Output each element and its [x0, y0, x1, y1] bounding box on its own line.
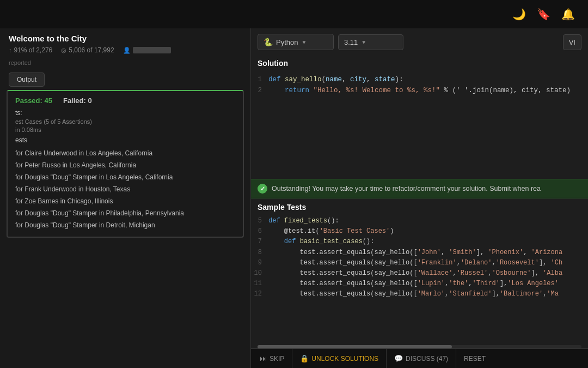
top-bar: 🌙 🔖 🔔 [0, 0, 588, 28]
discuss-icon: 💬 [394, 354, 403, 363]
line-num-10: 10 [251, 268, 268, 279]
stats-row: ↑ 91% of 2,276 ◎ 5,006 of 17,992 👤 [9, 46, 242, 54]
output-btn-row: Output [0, 69, 250, 90]
right-panel: 🐍 Python ▼ 3.11 ▼ VI Solution 1 def say_… [250, 28, 588, 368]
failed-label: Failed: 0 [63, 96, 92, 105]
bottom-bar: ⏭ SKIP 🔒 UNLOCK SOLUTIONS 💬 DISCUSS (47)… [251, 348, 588, 368]
output-button[interactable]: Output [9, 73, 45, 87]
unlock-solutions-action[interactable]: 🔒 UNLOCK SOLUTIONS [292, 349, 387, 368]
circle-icon: ◎ [61, 47, 66, 54]
percent-stat: ↑ 91% of 2,276 [9, 46, 52, 54]
success-banner: Outstanding! You may take your time to r… [251, 179, 588, 198]
bookmark-icon[interactable]: 🔖 [537, 8, 550, 21]
line-num-7: 7 [251, 237, 268, 247]
sample-tests-header: Sample Tests [251, 198, 588, 214]
code-line-1: 1 def say_hello(name, city, state): [251, 74, 588, 85]
unlock-label: UNLOCK SOLUTIONS [311, 355, 378, 363]
est-cases-label: est Cases [15, 118, 42, 125]
left-panel: Welcome to the City ↑ 91% of 2,276 ◎ 5,0… [0, 28, 250, 368]
list-item: for Frank Underwood in Houston, Texas [15, 183, 235, 195]
assertions-count: (5 of 5 Assertions) [44, 118, 92, 125]
lock-icon: 🔒 [300, 354, 309, 363]
results-box: Passed: 45 Failed: 0 ts: est Cases (5 of… [7, 90, 244, 238]
bell-icon[interactable]: 🔔 [561, 8, 575, 21]
lang-chevron-icon: ▼ [301, 39, 307, 45]
code-content-2: return "Hello, %s! Welcome to %s, %s!" %… [268, 85, 571, 96]
sample-content-11: test.assert_equals(say_hello(['Lupin','t… [268, 279, 559, 289]
list-item: for Douglas "Doug" Stamper in Detroit, M… [15, 219, 235, 231]
left-scroll-area: Passed: 45 Failed: 0 ts: est Cases (5 of… [0, 90, 250, 368]
line-num-12: 12 [251, 289, 268, 299]
list-item: for Zoe Barnes in Chicago, Illinois [15, 195, 235, 207]
sample-content-5: def fixed_tests(): [268, 216, 339, 226]
passed-label: Passed: 45 [15, 96, 52, 105]
rank-stat: ◎ 5,006 of 17,992 [61, 46, 114, 54]
language-selector[interactable]: 🐍 Python ▼ [258, 34, 334, 50]
results-row: Passed: 45 Failed: 0 [15, 96, 235, 105]
version-chevron-icon: ▼ [361, 39, 366, 45]
line-number-1: 1 [251, 74, 268, 85]
sample-line-11: 11 test.assert_equals(say_hello(['Lupin'… [251, 279, 588, 289]
code-content-1: def say_hello(name, city, state): [268, 74, 403, 85]
sample-code-editor[interactable]: 5 def fixed_tests(): 6 @test.it('Basic T… [251, 214, 588, 345]
problem-title: Welcome to the City [9, 34, 242, 43]
sample-line-7: 7 def basic_test_cases(): [251, 237, 588, 247]
sample-line-8: 8 test.assert_equals(say_hello(['John', … [251, 248, 588, 258]
percent-value: 91% of 2,276 [14, 46, 53, 54]
test-cases-title: est Cases (5 of 5 Assertions) [15, 118, 235, 125]
sample-content-8: test.assert_equals(say_hello(['John', 'S… [268, 248, 562, 258]
language-label: Python [276, 38, 298, 46]
sample-line-6: 6 @test.it('Basic Test Cases') [251, 226, 588, 237]
list-item: for Claire Underwood in Los Angeles, Cal… [15, 147, 235, 159]
sample-line-9: 9 test.assert_equals(say_hello(['Frankli… [251, 258, 588, 268]
sample-line-10: 10 test.assert_equals(say_hello(['Wallac… [251, 268, 588, 279]
skip-label: SKIP [270, 355, 284, 363]
moon-icon[interactable]: 🌙 [512, 8, 526, 21]
sample-content-12: test.assert_equals(say_hello(['Marlo','S… [268, 289, 559, 299]
success-icon [258, 184, 267, 194]
language-bar: 🐍 Python ▼ 3.11 ▼ VI [251, 28, 588, 56]
list-item: for Douglas "Doug" Stamper in Los Angele… [15, 171, 235, 183]
line-number-2: 2 [251, 85, 268, 96]
reported-text: reported [0, 59, 250, 69]
list-item: for Douglas "Doug" Stamper in Philadelph… [15, 207, 235, 219]
sample-content-7: def basic_test_cases(): [268, 237, 374, 247]
sample-content-6: @test.it('Basic Test Cases') [268, 226, 394, 237]
left-header: Welcome to the City ↑ 91% of 2,276 ◎ 5,0… [0, 28, 250, 59]
sample-line-12: 12 test.assert_equals(say_hello(['Marlo'… [251, 289, 588, 299]
discuss-action[interactable]: 💬 DISCUSS (47) [387, 349, 456, 368]
discuss-label: DISCUSS (47) [406, 355, 448, 363]
version-label: 3.11 [344, 38, 358, 46]
skip-action[interactable]: ⏭ SKIP [258, 349, 292, 368]
sample-content-9: test.assert_equals(say_hello(['Franklin'… [268, 258, 562, 268]
vi-button[interactable]: VI [563, 34, 581, 50]
user-bar [133, 47, 171, 53]
skip-icon: ⏭ [260, 354, 267, 363]
rank-value: 5,006 of 17,992 [69, 46, 114, 54]
arrow-icon: ↑ [9, 47, 12, 53]
code-line-2: 2 return "Hello, %s! Welcome to %s, %s!"… [251, 85, 588, 96]
sample-line-5: 5 def fixed_tests(): [251, 216, 588, 226]
test-list: for Claire Underwood in Los Angeles, Cal… [15, 147, 235, 231]
code-editor[interactable]: 1 def say_hello(name, city, state): 2 re… [251, 70, 588, 179]
version-selector[interactable]: 3.11 ▼ [338, 34, 403, 50]
line-num-9: 9 [251, 258, 268, 268]
sample-content-10: test.assert_equals(say_hello(['Wallace',… [268, 268, 562, 279]
line-num-5: 5 [251, 216, 268, 226]
user-icon: 👤 [123, 47, 131, 54]
line-num-11: 11 [251, 279, 268, 289]
line-num-6: 6 [251, 226, 268, 237]
tests-heading: ests [15, 136, 235, 144]
line-num-8: 8 [251, 248, 268, 258]
list-item: for Peter Russo in Los Angeles, Californ… [15, 159, 235, 171]
solution-header: Solution [251, 56, 588, 70]
reset-action[interactable]: RESET [456, 349, 493, 368]
success-message: Outstanding! You may take your time to r… [272, 185, 541, 192]
reset-label: RESET [464, 355, 486, 363]
main-area: Welcome to the City ↑ 91% of 2,276 ◎ 5,0… [0, 28, 588, 368]
user-icon-stat: 👤 [123, 47, 171, 54]
ts-label: ts: [15, 109, 235, 117]
python-icon: 🐍 [264, 38, 273, 46]
timing-label: in 0.08ms [15, 126, 235, 133]
